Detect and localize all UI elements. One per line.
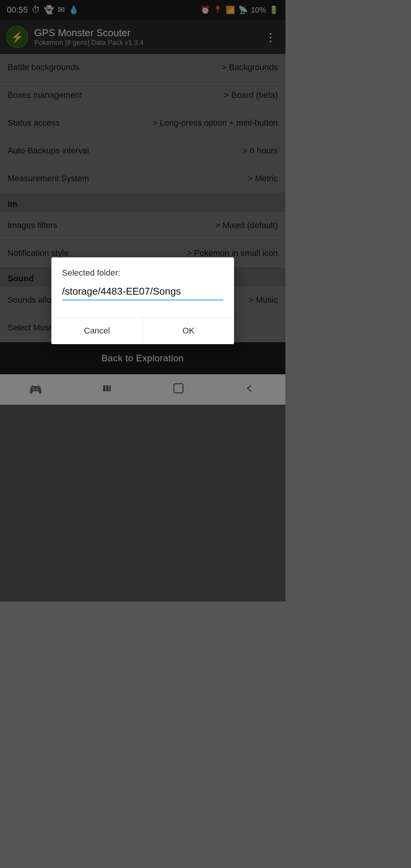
dialog-cancel-button[interactable]: Cancel — [51, 318, 143, 344]
dialog-spacer — [62, 300, 223, 310]
dialog-title: Selected folder: — [62, 268, 223, 278]
modal-overlay: Selected folder: Cancel OK — [0, 0, 285, 602]
dialog-ok-button[interactable]: OK — [143, 318, 234, 344]
dialog-content: Selected folder: — [51, 257, 234, 317]
dialog-buttons: Cancel OK — [51, 317, 234, 344]
folder-path-input[interactable] — [62, 284, 223, 300]
selected-folder-dialog: Selected folder: Cancel OK — [51, 257, 234, 344]
